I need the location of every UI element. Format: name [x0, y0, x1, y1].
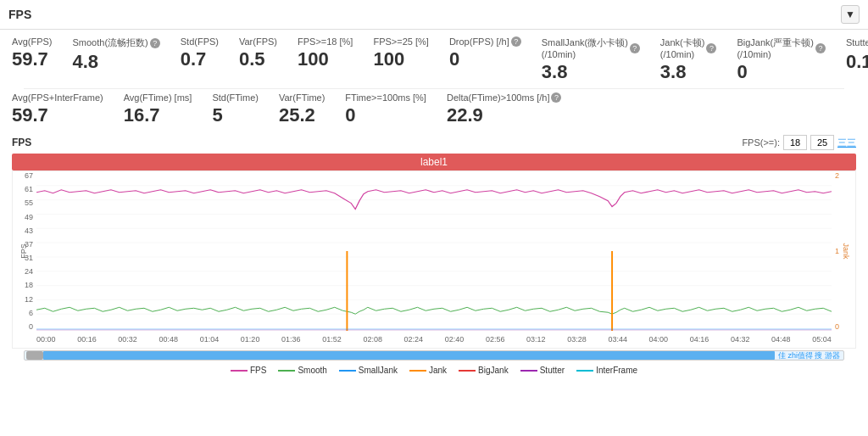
legend-stutter: Stutter	[520, 366, 565, 375]
drop-help-icon[interactable]: ?	[511, 36, 521, 47]
chart-title: FPS	[12, 137, 31, 148]
metric-var-fps: Var(FPS) 0.5	[239, 36, 277, 70]
legend-smooth-line	[278, 370, 295, 372]
legend-fps: FPS	[231, 366, 266, 375]
metric-bigjank: BigJank(严重卡顿)(/10min) ? 0	[737, 36, 825, 83]
scrollbar-thumb[interactable]	[26, 351, 43, 360]
chart-canvas-wrapper	[36, 171, 832, 331]
legend-fps-label: FPS	[250, 366, 266, 375]
legend-interframe-line	[576, 370, 593, 372]
smalljank-help-icon[interactable]: ?	[630, 43, 640, 53]
delta-help-icon[interactable]: ?	[551, 92, 561, 103]
fps-input-18[interactable]	[783, 135, 807, 150]
legend-smooth: Smooth	[278, 366, 326, 375]
legend-smalljank: SmallJank	[339, 366, 398, 375]
legend-interframe-label: InterFrame	[596, 366, 637, 375]
legend-bigjank-label: BigJank	[478, 366, 509, 375]
metric-jank: Jank(卡顿)(/10min) ? 3.8	[660, 36, 717, 83]
y-axis-jank-label: Jank	[841, 243, 849, 259]
metrics-divider	[24, 88, 844, 89]
scrollbar-label: 佳 zhi值得 搜 游器	[775, 350, 843, 361]
y-axis-fps-label: FPS	[19, 243, 28, 259]
metric-fps18: FPS>=18 [%] 100	[298, 36, 353, 70]
metric-std-fps: Std(FPS) 0.7	[181, 36, 219, 70]
fps-input-25[interactable]	[810, 135, 834, 150]
metric-std-ftime: Std(FTime) 5	[212, 92, 259, 126]
metric-avg-fps: Avg(FPS) 59.7	[12, 36, 52, 70]
x-axis: 00:00 00:16 00:32 00:48 01:04 01:20 01:3…	[36, 331, 832, 348]
metric-var-ftime: Var(FTime) 25.2	[279, 92, 325, 126]
metric-stutter: Stutter(卡顿率) [%] ? 0.1	[846, 36, 868, 73]
legend-smalljank-label: SmallJank	[359, 366, 398, 375]
legend-interframe: InterFrame	[576, 366, 637, 375]
bigjank-help-icon[interactable]: ?	[815, 43, 826, 53]
metric-avg-ftime: Avg(FTime) [ms] 16.7	[124, 92, 192, 126]
chart-svg	[36, 171, 832, 331]
legend-smooth-label: Smooth	[298, 366, 326, 375]
page-title: FPS	[8, 8, 31, 21]
metric-smalljank: SmallJank(微小卡顿)(/10min) ? 3.8	[542, 36, 640, 83]
chart-header: FPS FPS(>=): 三三	[12, 135, 856, 150]
chart-view-btn[interactable]: 三三	[837, 137, 856, 149]
header-bar: FPS ▼	[0, 0, 868, 30]
metrics-section: Avg(FPS) 59.7 Smooth(流畅拒数) ? 4.8 Std(FPS…	[0, 30, 868, 135]
legend-fps-line	[231, 370, 248, 372]
legend-jank-label: Jank	[429, 366, 447, 375]
legend-jank-line	[409, 370, 426, 372]
metric-delta-ftime: Delta(FTime)>100ms [/h] ? 22.9	[447, 92, 562, 126]
jank-help-icon[interactable]: ?	[706, 43, 716, 53]
metric-avg-fps-interframe: Avg(FPS+InterFrame) 59.7	[12, 92, 103, 126]
metric-fps25: FPS>=25 [%] 100	[373, 36, 428, 70]
legend-stutter-label: Stutter	[540, 366, 565, 375]
legend-smalljank-line	[339, 370, 356, 372]
metric-drop: Drop(FPS) [/h] ? 0	[449, 36, 521, 70]
metrics-row-1: Avg(FPS) 59.7 Smooth(流畅拒数) ? 4.8 Std(FPS…	[12, 36, 856, 83]
fps-controls-label: FPS(>=):	[742, 137, 780, 148]
chart-section: FPS FPS(>=): 三三 label1 67 61 55 49 43 37…	[0, 135, 868, 377]
metric-smooth: Smooth(流畅拒数) ? 4.8	[72, 36, 159, 73]
fps-controls: FPS(>=): 三三	[742, 135, 856, 150]
legend-row: FPS Smooth SmallJank Jank BigJank Stutte…	[12, 362, 856, 377]
label-bar: label1	[12, 154, 856, 170]
smooth-help-icon[interactable]: ?	[150, 38, 160, 48]
metrics-row-2: Avg(FPS+InterFrame) 59.7 Avg(FTime) [ms]…	[12, 92, 856, 126]
chart-container: 67 61 55 49 43 37 31 24 18 12 6 0 2 1 0	[12, 170, 856, 349]
legend-bigjank: BigJank	[459, 366, 509, 375]
metric-ftime100: FTime>=100ms [%] 0	[345, 92, 426, 126]
scrollbar[interactable]: 佳 zhi值得 搜 游器	[24, 350, 844, 361]
legend-jank: Jank	[409, 366, 447, 375]
scrollbar-track[interactable]	[43, 351, 775, 360]
legend-bigjank-line	[459, 370, 476, 372]
legend-stutter-line	[520, 370, 537, 372]
dropdown-button[interactable]: ▼	[841, 5, 860, 24]
